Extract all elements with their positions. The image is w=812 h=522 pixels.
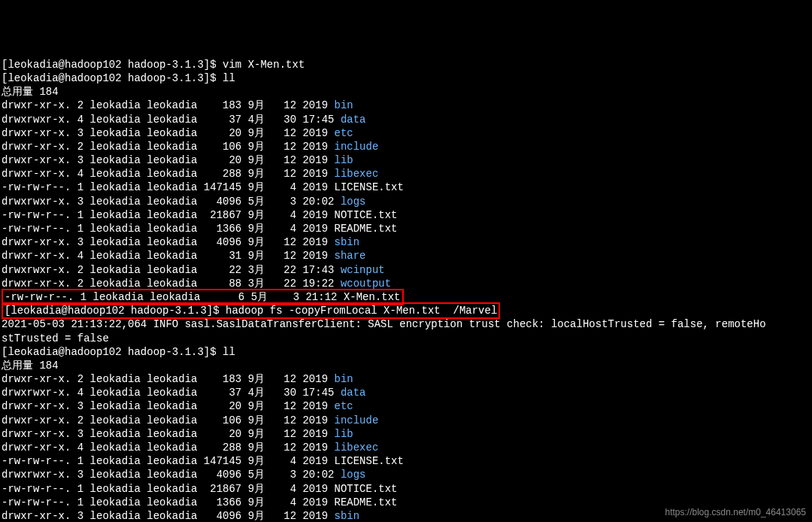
- list-row: drwxr-xr-x. 3 leokadia leokadia 20 9月 12…: [2, 126, 810, 140]
- dir-name: include: [334, 141, 378, 153]
- list-row: drwxr-xr-x. 4 leokadia leokadia 288 9月 1…: [2, 167, 810, 181]
- prompt-line: [leokadia@hadoop102 hadoop-3.1.3]$ vim X…: [2, 58, 810, 71]
- prompt: [leokadia@hadoop102 hadoop-3.1.3]$: [5, 305, 226, 317]
- list-row: -rw-rw-r--. 1 leokadia leokadia 147145 9…: [2, 454, 810, 468]
- prompt-line: [leokadia@hadoop102 hadoop-3.1.3]$ ll: [2, 71, 810, 85]
- dir-name: libexec: [334, 442, 378, 454]
- list-row: drwxr-xr-x. 3 leokadia leokadia 4096 9月 …: [2, 235, 810, 249]
- command: hadoop fs -copyFromLocal X-Men.txt /Marv…: [226, 305, 497, 317]
- dir-name: data: [341, 387, 366, 399]
- total-line: 总用量 184: [2, 359, 810, 372]
- prompt-line: [leokadia@hadoop102 hadoop-3.1.3]$ hadoo…: [2, 304, 810, 317]
- list-row: -rw-rw-r--. 1 leokadia leokadia 21867 9月…: [2, 208, 810, 222]
- dir-name: share: [334, 250, 365, 262]
- terminal-output[interactable]: [leokadia@hadoop102 hadoop-3.1.3]$ vim X…: [2, 58, 810, 522]
- dir-name: include: [334, 414, 378, 426]
- dir-name: bin: [334, 99, 353, 111]
- dir-name: wcinput: [341, 264, 385, 276]
- list-row: -rw-rw-r--. 1 leokadia leokadia 21867 9月…: [2, 482, 810, 496]
- prompt: [leokadia@hadoop102 hadoop-3.1.3]$: [2, 346, 223, 358]
- dir-name: bin: [334, 373, 353, 385]
- list-row: drwxrwxr-x. 3 leokadia leokadia 4096 5月 …: [2, 195, 810, 208]
- dir-name: sbin: [334, 236, 359, 248]
- list-row: drwxr-xr-x. 2 leokadia leokadia 183 9月 1…: [2, 372, 810, 386]
- prompt-line: [leokadia@hadoop102 hadoop-3.1.3]$ ll: [2, 345, 810, 359]
- file-name: X-Men.txt: [344, 291, 401, 303]
- list-row: drwxrwxr-x. 4 leokadia leokadia 37 4月 30…: [2, 113, 810, 126]
- file-name: README.txt: [334, 223, 397, 235]
- list-row: drwxr-xr-x. 2 leokadia leokadia 106 9月 1…: [2, 414, 810, 427]
- list-row: drwxr-xr-x. 3 leokadia leokadia 20 9月 12…: [2, 399, 810, 413]
- dir-name: etc: [334, 127, 353, 139]
- list-row: drwxr-xr-x. 3 leokadia leokadia 20 9月 12…: [2, 427, 810, 441]
- highlighted-command: [leokadia@hadoop102 hadoop-3.1.3]$ hadoo…: [2, 302, 500, 319]
- dir-name: lib: [334, 154, 353, 166]
- file-name: LICENSE.txt: [334, 181, 403, 193]
- list-row: drwxr-xr-x. 3 leokadia leokadia 20 9月 12…: [2, 153, 810, 167]
- prompt: [leokadia@hadoop102 hadoop-3.1.3]$: [2, 72, 223, 84]
- list-row: drwxr-xr-x. 4 leokadia leokadia 288 9月 1…: [2, 441, 810, 454]
- list-row: drwxr-xr-x. 4 leokadia leokadia 31 9月 12…: [2, 249, 810, 263]
- dir-name: data: [341, 114, 366, 126]
- dir-name: wcoutput: [341, 278, 391, 290]
- list-row: drwxrwxr-x. 3 leokadia leokadia 4096 5月 …: [2, 468, 810, 481]
- file-name: README.txt: [334, 496, 397, 508]
- dir-name: logs: [341, 196, 366, 208]
- list-row: drwxrwxr-x. 4 leokadia leokadia 37 4月 30…: [2, 386, 810, 399]
- watermark: https://blog.csdn.net/m0_46413065: [665, 507, 806, 519]
- file-name: NOTICE.txt: [334, 483, 397, 495]
- list-row: drwxr-xr-x. 2 leokadia leokadia 183 9月 1…: [2, 99, 810, 112]
- command: ll: [223, 72, 235, 84]
- total-line: 总用量 184: [2, 85, 810, 99]
- dir-name: libexec: [334, 168, 378, 180]
- list-row: drwxr-xr-x. 2 leokadia leokadia 106 9月 1…: [2, 140, 810, 153]
- file-name: LICENSE.txt: [334, 455, 403, 467]
- file-name: NOTICE.txt: [334, 209, 397, 221]
- command: vim X-Men.txt: [223, 59, 304, 71]
- list-row: drwxrwxr-x. 2 leokadia leokadia 22 3月 22…: [2, 263, 810, 277]
- list-row: -rw-rw-r--. 1 leokadia leokadia 147145 9…: [2, 181, 810, 194]
- dir-name: sbin: [334, 510, 359, 522]
- dir-name: logs: [341, 469, 366, 481]
- command: ll: [223, 346, 235, 358]
- output-line: stTrusted = false: [2, 332, 810, 345]
- dir-name: etc: [334, 400, 353, 412]
- list-row: -rw-rw-r--. 1 leokadia leokadia 1366 9月 …: [2, 222, 810, 235]
- dir-name: lib: [334, 428, 353, 440]
- output-line: 2021-05-03 21:13:22,064 INFO sasl.SaslDa…: [2, 317, 810, 331]
- prompt: [leokadia@hadoop102 hadoop-3.1.3]$: [2, 59, 223, 71]
